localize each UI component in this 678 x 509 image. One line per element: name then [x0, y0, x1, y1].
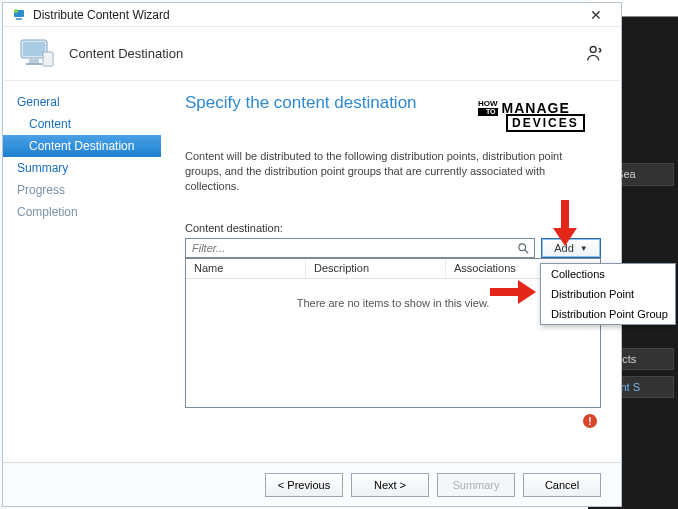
add-dropdown-menu: Collections Distribution Point Distribut…	[540, 263, 676, 325]
window-title: Distribute Content Wizard	[33, 8, 170, 22]
svg-point-8	[590, 46, 596, 52]
content-destination-label: Content destination:	[185, 222, 601, 234]
validation-error-icon: !	[583, 414, 597, 428]
empty-table-text: There are no items to show in this view.	[297, 297, 490, 309]
previous-button[interactable]: < Previous	[265, 473, 343, 497]
svg-point-2	[14, 9, 18, 13]
destinations-table: Name Description Associations There are …	[185, 258, 601, 408]
svg-marker-14	[518, 280, 536, 304]
svg-rect-4	[23, 42, 45, 56]
filter-box[interactable]	[185, 238, 535, 258]
step-summary[interactable]: Summary	[3, 157, 161, 179]
menu-item-distribution-point-group[interactable]: Distribution Point Group	[541, 304, 675, 324]
search-icon[interactable]	[516, 241, 530, 255]
col-description[interactable]: Description	[306, 259, 446, 278]
step-content[interactable]: Content	[3, 113, 161, 135]
menu-item-collections[interactable]: Collections	[541, 264, 675, 284]
cancel-button[interactable]: Cancel	[523, 473, 601, 497]
annotation-arrow-right-icon	[488, 278, 538, 306]
page-title: Content Destination	[69, 46, 183, 61]
step-completion: Completion	[3, 201, 161, 223]
step-progress: Progress	[3, 179, 161, 201]
step-general[interactable]: General	[3, 91, 161, 113]
svg-rect-7	[43, 52, 53, 66]
wizard-footer: < Previous Next > Summary Cancel	[3, 462, 621, 506]
filter-input[interactable]	[190, 240, 516, 256]
close-button[interactable]: ✕	[579, 5, 613, 25]
app-icon	[11, 7, 27, 23]
col-name[interactable]: Name	[186, 259, 306, 278]
annotation-arrow-down-icon	[550, 198, 580, 248]
svg-point-9	[519, 244, 526, 251]
explanation-text: Content will be distributed to the follo…	[185, 149, 601, 194]
next-button[interactable]: Next >	[351, 473, 429, 497]
chevron-down-icon: ▼	[580, 244, 588, 253]
wizard-window: Distribute Content Wizard ✕ Content Dest…	[2, 2, 622, 507]
close-icon: ✕	[590, 7, 602, 23]
svg-line-10	[525, 250, 528, 253]
wizard-steps-sidebar: General Content Content Destination Summ…	[3, 81, 161, 462]
page-header: Content Destination	[3, 27, 621, 81]
menu-item-distribution-point[interactable]: Distribution Point	[541, 284, 675, 304]
summary-button: Summary	[437, 473, 515, 497]
monitor-icon	[17, 34, 57, 74]
watermark-logo: HOW TO MANAGE DEVICES	[478, 100, 585, 132]
svg-rect-6	[26, 63, 42, 65]
svg-rect-1	[16, 18, 22, 20]
step-content-destination[interactable]: Content Destination	[3, 135, 161, 157]
titlebar: Distribute Content Wizard ✕	[3, 3, 621, 27]
svg-rect-5	[29, 59, 39, 63]
svg-marker-12	[553, 228, 577, 246]
person-icon[interactable]	[583, 42, 607, 66]
